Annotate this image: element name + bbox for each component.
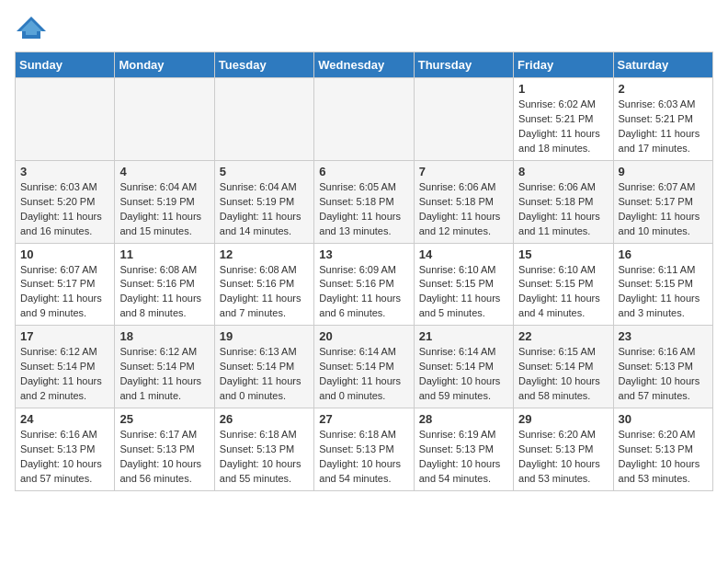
day-number: 15 bbox=[518, 247, 608, 261]
day-number: 13 bbox=[319, 247, 408, 261]
calendar-cell bbox=[214, 78, 313, 161]
day-info: Sunrise: 6:18 AM Sunset: 5:13 PM Dayligh… bbox=[319, 428, 408, 487]
week-row-1: 1Sunrise: 6:02 AM Sunset: 5:21 PM Daylig… bbox=[16, 78, 713, 161]
calendar-cell: 17Sunrise: 6:12 AM Sunset: 5:14 PM Dayli… bbox=[16, 326, 115, 408]
calendar-cell: 9Sunrise: 6:07 AM Sunset: 5:17 PM Daylig… bbox=[613, 160, 712, 243]
day-number: 21 bbox=[419, 329, 508, 343]
day-info: Sunrise: 6:08 AM Sunset: 5:16 PM Dayligh… bbox=[119, 263, 209, 322]
calendar-cell: 11Sunrise: 6:08 AM Sunset: 5:16 PM Dayli… bbox=[115, 243, 214, 326]
calendar-cell: 22Sunrise: 6:15 AM Sunset: 5:14 PM Dayli… bbox=[514, 326, 613, 408]
day-number: 19 bbox=[220, 329, 309, 343]
day-number: 24 bbox=[20, 412, 109, 426]
day-number: 10 bbox=[20, 247, 109, 261]
calendar-cell: 20Sunrise: 6:14 AM Sunset: 5:14 PM Dayli… bbox=[314, 326, 414, 408]
calendar-cell: 18Sunrise: 6:12 AM Sunset: 5:14 PM Dayli… bbox=[115, 326, 214, 408]
day-number: 11 bbox=[119, 247, 209, 261]
calendar-cell: 5Sunrise: 6:04 AM Sunset: 5:19 PM Daylig… bbox=[214, 160, 313, 243]
calendar-cell: 26Sunrise: 6:18 AM Sunset: 5:13 PM Dayli… bbox=[214, 408, 313, 491]
day-number: 18 bbox=[119, 329, 209, 343]
day-info: Sunrise: 6:13 AM Sunset: 5:14 PM Dayligh… bbox=[220, 345, 309, 404]
calendar-cell bbox=[115, 78, 214, 161]
day-number: 3 bbox=[20, 165, 109, 178]
day-info: Sunrise: 6:04 AM Sunset: 5:19 PM Dayligh… bbox=[220, 180, 309, 239]
calendar-cell: 8Sunrise: 6:06 AM Sunset: 5:18 PM Daylig… bbox=[514, 160, 613, 243]
calendar-cell: 6Sunrise: 6:05 AM Sunset: 5:18 PM Daylig… bbox=[314, 160, 414, 243]
day-info: Sunrise: 6:15 AM Sunset: 5:14 PM Dayligh… bbox=[518, 345, 608, 404]
day-number: 1 bbox=[518, 82, 608, 96]
day-number: 9 bbox=[619, 165, 708, 178]
calendar-cell: 29Sunrise: 6:20 AM Sunset: 5:13 PM Dayli… bbox=[514, 408, 613, 491]
calendar-cell: 13Sunrise: 6:09 AM Sunset: 5:16 PM Dayli… bbox=[314, 243, 414, 326]
day-info: Sunrise: 6:12 AM Sunset: 5:14 PM Dayligh… bbox=[20, 345, 109, 404]
day-info: Sunrise: 6:18 AM Sunset: 5:13 PM Dayligh… bbox=[220, 428, 309, 487]
day-number: 8 bbox=[518, 165, 608, 178]
day-number: 30 bbox=[619, 412, 708, 426]
day-info: Sunrise: 6:12 AM Sunset: 5:14 PM Dayligh… bbox=[119, 345, 209, 404]
day-number: 29 bbox=[518, 412, 608, 426]
calendar-cell: 25Sunrise: 6:17 AM Sunset: 5:13 PM Dayli… bbox=[115, 408, 214, 491]
day-info: Sunrise: 6:11 AM Sunset: 5:15 PM Dayligh… bbox=[619, 263, 708, 322]
week-row-5: 24Sunrise: 6:16 AM Sunset: 5:13 PM Dayli… bbox=[16, 408, 713, 491]
day-info: Sunrise: 6:03 AM Sunset: 5:21 PM Dayligh… bbox=[619, 98, 708, 156]
calendar-cell: 3Sunrise: 6:03 AM Sunset: 5:20 PM Daylig… bbox=[16, 160, 115, 243]
day-info: Sunrise: 6:16 AM Sunset: 5:13 PM Dayligh… bbox=[20, 428, 109, 487]
calendar-cell: 21Sunrise: 6:14 AM Sunset: 5:14 PM Dayli… bbox=[414, 326, 513, 408]
weekday-header-friday: Friday bbox=[514, 52, 613, 78]
day-info: Sunrise: 6:08 AM Sunset: 5:16 PM Dayligh… bbox=[220, 263, 309, 322]
day-number: 17 bbox=[20, 329, 109, 343]
page-header bbox=[15, 15, 713, 40]
day-number: 25 bbox=[119, 412, 209, 426]
day-number: 4 bbox=[119, 165, 209, 178]
day-number: 5 bbox=[220, 165, 309, 178]
day-info: Sunrise: 6:20 AM Sunset: 5:13 PM Dayligh… bbox=[619, 428, 708, 487]
day-info: Sunrise: 6:07 AM Sunset: 5:17 PM Dayligh… bbox=[20, 263, 109, 322]
day-info: Sunrise: 6:06 AM Sunset: 5:18 PM Dayligh… bbox=[419, 180, 508, 239]
weekday-header-thursday: Thursday bbox=[414, 52, 513, 78]
day-info: Sunrise: 6:10 AM Sunset: 5:15 PM Dayligh… bbox=[518, 263, 608, 322]
day-number: 23 bbox=[619, 329, 708, 343]
day-number: 7 bbox=[419, 165, 508, 178]
day-info: Sunrise: 6:10 AM Sunset: 5:15 PM Dayligh… bbox=[419, 263, 508, 322]
day-number: 26 bbox=[220, 412, 309, 426]
day-number: 2 bbox=[619, 82, 708, 96]
day-number: 27 bbox=[319, 412, 408, 426]
calendar-cell: 12Sunrise: 6:08 AM Sunset: 5:16 PM Dayli… bbox=[214, 243, 313, 326]
calendar-cell: 4Sunrise: 6:04 AM Sunset: 5:19 PM Daylig… bbox=[115, 160, 214, 243]
calendar-cell: 10Sunrise: 6:07 AM Sunset: 5:17 PM Dayli… bbox=[16, 243, 115, 326]
calendar-table: SundayMondayTuesdayWednesdayThursdayFrid… bbox=[15, 52, 713, 491]
calendar-cell: 7Sunrise: 6:06 AM Sunset: 5:18 PM Daylig… bbox=[414, 160, 513, 243]
day-info: Sunrise: 6:09 AM Sunset: 5:16 PM Dayligh… bbox=[319, 263, 408, 322]
weekday-header-row: SundayMondayTuesdayWednesdayThursdayFrid… bbox=[16, 52, 713, 78]
day-info: Sunrise: 6:05 AM Sunset: 5:18 PM Dayligh… bbox=[319, 180, 408, 239]
day-info: Sunrise: 6:14 AM Sunset: 5:14 PM Dayligh… bbox=[319, 345, 408, 404]
week-row-3: 10Sunrise: 6:07 AM Sunset: 5:17 PM Dayli… bbox=[16, 243, 713, 326]
calendar-cell bbox=[414, 78, 513, 161]
day-number: 12 bbox=[220, 247, 309, 261]
weekday-header-tuesday: Tuesday bbox=[214, 52, 313, 78]
day-info: Sunrise: 6:16 AM Sunset: 5:13 PM Dayligh… bbox=[619, 345, 708, 404]
day-info: Sunrise: 6:20 AM Sunset: 5:13 PM Dayligh… bbox=[518, 428, 608, 487]
day-number: 16 bbox=[619, 247, 708, 261]
weekday-header-wednesday: Wednesday bbox=[314, 52, 414, 78]
logo bbox=[15, 15, 51, 40]
day-info: Sunrise: 6:14 AM Sunset: 5:14 PM Dayligh… bbox=[419, 345, 508, 404]
calendar-cell: 2Sunrise: 6:03 AM Sunset: 5:21 PM Daylig… bbox=[613, 78, 712, 161]
week-row-4: 17Sunrise: 6:12 AM Sunset: 5:14 PM Dayli… bbox=[16, 326, 713, 408]
weekday-header-monday: Monday bbox=[115, 52, 214, 78]
calendar-cell: 28Sunrise: 6:19 AM Sunset: 5:13 PM Dayli… bbox=[414, 408, 513, 491]
calendar-cell: 14Sunrise: 6:10 AM Sunset: 5:15 PM Dayli… bbox=[414, 243, 513, 326]
day-info: Sunrise: 6:03 AM Sunset: 5:20 PM Dayligh… bbox=[20, 180, 109, 239]
week-row-2: 3Sunrise: 6:03 AM Sunset: 5:20 PM Daylig… bbox=[16, 160, 713, 243]
day-info: Sunrise: 6:19 AM Sunset: 5:13 PM Dayligh… bbox=[419, 428, 508, 487]
weekday-header-sunday: Sunday bbox=[16, 52, 115, 78]
calendar-cell: 1Sunrise: 6:02 AM Sunset: 5:21 PM Daylig… bbox=[514, 78, 613, 161]
calendar-cell: 15Sunrise: 6:10 AM Sunset: 5:15 PM Dayli… bbox=[514, 243, 613, 326]
calendar-cell bbox=[16, 78, 115, 161]
day-number: 6 bbox=[319, 165, 408, 178]
calendar-cell: 19Sunrise: 6:13 AM Sunset: 5:14 PM Dayli… bbox=[214, 326, 313, 408]
day-number: 28 bbox=[419, 412, 508, 426]
day-info: Sunrise: 6:07 AM Sunset: 5:17 PM Dayligh… bbox=[619, 180, 708, 239]
day-number: 20 bbox=[319, 329, 408, 343]
calendar-cell: 27Sunrise: 6:18 AM Sunset: 5:13 PM Dayli… bbox=[314, 408, 414, 491]
day-info: Sunrise: 6:02 AM Sunset: 5:21 PM Dayligh… bbox=[518, 98, 608, 156]
